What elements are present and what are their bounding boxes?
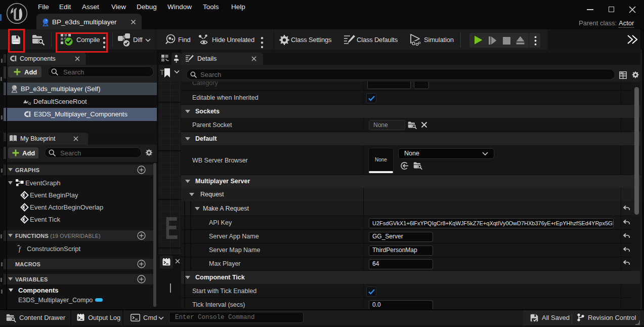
svg-text:f: f <box>19 245 22 253</box>
svg-text:T: T <box>160 68 164 76</box>
